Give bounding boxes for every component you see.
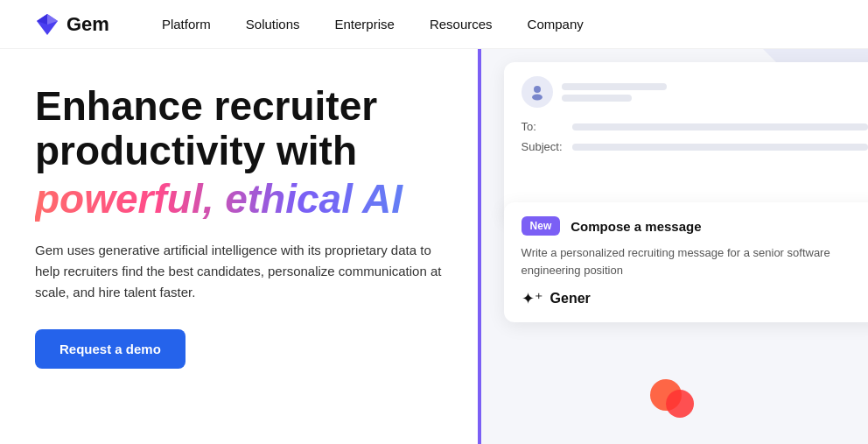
nav-item-solutions[interactable]: Solutions <box>246 17 300 32</box>
logo-text: Gem <box>66 13 109 36</box>
svg-point-4 <box>532 95 542 101</box>
avatar <box>522 76 553 108</box>
ai-description: Write a personalized recruiting message … <box>522 244 868 278</box>
hero-heading-gradient: powerful, ethical AI <box>35 176 443 222</box>
new-badge: New <box>522 216 561 236</box>
email-to-row: To: <box>522 120 868 133</box>
avatar-placeholder-lines <box>562 83 667 102</box>
placeholder-line-1 <box>562 83 667 90</box>
ai-compose-header: New Compose a message <box>522 216 868 236</box>
bottom-logo-area <box>647 370 699 426</box>
email-avatar-row <box>522 76 868 108</box>
email-to-placeholder <box>572 123 868 130</box>
gem-logo-icon <box>35 12 60 37</box>
nav-item-platform[interactable]: Platform <box>162 17 211 32</box>
email-card: To: Subject: <box>504 62 868 220</box>
nav-link-enterprise[interactable]: Enterprise <box>335 17 395 32</box>
svg-point-6 <box>666 390 694 418</box>
compose-title: Compose a message <box>570 219 701 234</box>
nav-link-resources[interactable]: Resources <box>430 17 493 32</box>
navbar: Gem Platform Solutions Enterprise Resour… <box>0 0 868 49</box>
hero-heading: Enhance recruiter productivity with <box>35 84 443 173</box>
nav-item-company[interactable]: Company <box>528 17 584 32</box>
hero-right: To: Subject: New Compose a message Write… <box>478 49 868 444</box>
logo[interactable]: Gem <box>35 12 109 37</box>
hero-section: Enhance recruiter productivity with powe… <box>0 49 868 444</box>
ai-compose-card: New Compose a message Write a personaliz… <box>504 202 868 322</box>
nav-link-platform[interactable]: Platform <box>162 17 211 32</box>
hero-heading-line2: productivity with <box>35 128 357 173</box>
nav-link-solutions[interactable]: Solutions <box>246 17 300 32</box>
svg-point-3 <box>534 86 541 93</box>
email-subject-placeholder <box>572 144 868 151</box>
email-subject-row: Subject: <box>522 140 868 153</box>
mockup-container: To: Subject: New Compose a message Write… <box>478 49 868 444</box>
user-icon <box>528 83 546 101</box>
placeholder-line-2 <box>562 95 632 102</box>
email-subject-label: Subject: <box>522 140 565 153</box>
generate-text: Gener <box>550 291 591 307</box>
request-demo-button[interactable]: Request a demo <box>35 329 186 369</box>
gem-logo-large-icon <box>647 370 699 423</box>
nav-menu: Platform Solutions Enterprise Resources … <box>162 17 833 32</box>
nav-link-company[interactable]: Company <box>528 17 584 32</box>
hero-heading-line1: Enhance recruiter <box>35 83 377 129</box>
email-to-label: To: <box>522 120 565 133</box>
hero-left: Enhance recruiter productivity with powe… <box>0 49 478 444</box>
nav-item-resources[interactable]: Resources <box>430 17 493 32</box>
hero-description: Gem uses generative artificial intellige… <box>35 240 443 303</box>
generate-row: ✦⁺ Gener <box>522 289 868 308</box>
nav-item-enterprise[interactable]: Enterprise <box>335 17 395 32</box>
sparkle-icon: ✦⁺ <box>522 289 543 308</box>
